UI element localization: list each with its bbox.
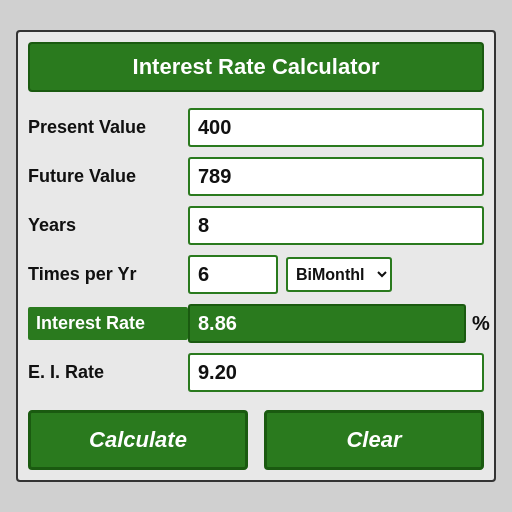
years-input[interactable] — [188, 206, 484, 245]
ei-rate-input[interactable] — [188, 353, 484, 392]
times-per-yr-row: Times per Yr Annual SemiAnnl Quarterly B… — [28, 255, 484, 294]
calculate-button[interactable]: Calculate — [28, 410, 248, 470]
times-per-yr-label: Times per Yr — [28, 264, 188, 285]
calculator-container: Interest Rate Calculator Present Value F… — [16, 30, 496, 482]
years-row: Years — [28, 206, 484, 245]
clear-button[interactable]: Clear — [264, 410, 484, 470]
present-value-input[interactable] — [188, 108, 484, 147]
years-label: Years — [28, 215, 188, 236]
ei-rate-row: E. I. Rate — [28, 353, 484, 392]
future-value-row: Future Value — [28, 157, 484, 196]
present-value-label: Present Value — [28, 117, 188, 138]
interest-rate-label: Interest Rate — [28, 307, 188, 340]
present-value-row: Present Value — [28, 108, 484, 147]
future-value-label: Future Value — [28, 166, 188, 187]
ei-rate-label: E. I. Rate — [28, 362, 188, 383]
times-per-yr-input[interactable] — [188, 255, 278, 294]
future-value-input[interactable] — [188, 157, 484, 196]
frequency-dropdown[interactable]: Annual SemiAnnl Quarterly BiMonthl Month… — [286, 257, 392, 292]
button-row: Calculate Clear — [28, 410, 484, 470]
app-title: Interest Rate Calculator — [28, 42, 484, 92]
interest-rate-row: Interest Rate % — [28, 304, 484, 343]
interest-rate-input[interactable] — [188, 304, 466, 343]
times-controls: Annual SemiAnnl Quarterly BiMonthl Month… — [188, 255, 484, 294]
percent-sign: % — [472, 312, 490, 335]
